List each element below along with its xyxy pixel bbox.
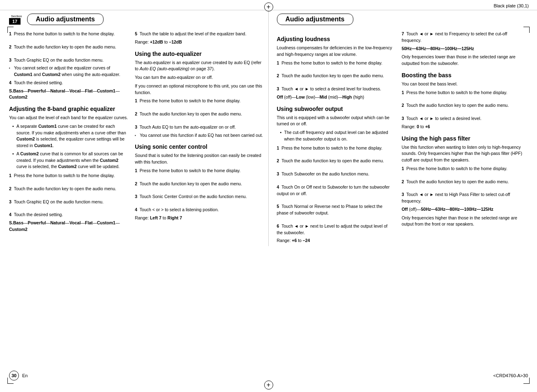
- sub-range6: Range: +6 to –24: [277, 238, 394, 244]
- step1-sub: 1 Press the home button to switch to the…: [277, 145, 394, 152]
- step4-sonic-range: Range: Left 7 to Right 7: [135, 215, 264, 221]
- step4-col1: 4 Touch the desired setting.: [9, 80, 128, 86]
- step1-loudness: 1 Press the home button to switch to the…: [277, 60, 394, 67]
- step3-auto-eq: 3 Touch Auto EQ to turn the auto-equaliz…: [135, 124, 264, 131]
- step4-8band: 4 Touch the desired setting.: [9, 212, 128, 218]
- bass-range: Range: 0 to +6: [401, 124, 528, 130]
- step2-loudness: 2 Touch the audio function key to open t…: [277, 73, 394, 79]
- step4-range-8band: S.Bass—Powerful—Natural—Vocal—Flat—Custo…: [9, 220, 128, 233]
- step4-range-col1: S.Bass—Powerful—Natural—Vocal—Flat—Custo…: [9, 88, 128, 101]
- step2-sonic: 2 Touch the audio function key to open t…: [135, 181, 264, 187]
- intro-8band: You can adjust the level of each band fo…: [9, 115, 128, 121]
- footer: 30 En <CRD4760-A>30: [0, 368, 537, 383]
- sonic-para: Sound that is suited for the listening p…: [135, 152, 264, 166]
- right-half: Audio adjustments Adjusting loudness Lou…: [269, 10, 528, 246]
- step3-sub: 3 Touch Subwoofer on the audio function …: [277, 171, 394, 178]
- right-col1: Adjusting loudness Loudness compensates …: [277, 31, 394, 246]
- step2-col1: 2 Touch the audio function key to open t…: [9, 44, 128, 51]
- section-label: Section: [11, 14, 22, 18]
- step1-bass: 1 Press the home button to switch to the…: [401, 90, 528, 96]
- left-section-title: Audio adjustments: [27, 14, 104, 25]
- right-section-title: Audio adjustments: [277, 14, 353, 25]
- step3-bass: 3 Touch ◄ or ► to select a desired level…: [401, 115, 528, 122]
- heading-sonic: Using sonic center control: [135, 143, 264, 150]
- step3-8band: 3 Touch Graphic EQ on the audio function…: [9, 199, 128, 205]
- step2-auto-eq: 2 Touch the audio function key to open t…: [135, 111, 264, 118]
- left-section-header: Section 17 Audio adjustments: [9, 14, 264, 25]
- page-number: 30: [9, 371, 19, 380]
- page-container: Section 17 Audio adjustments 1 Press the…: [0, 10, 537, 246]
- right-columns: Adjusting loudness Loudness compensates …: [277, 31, 528, 246]
- corner-mark-tr: [523, 27, 530, 33]
- step1-col1: 1 Press the home button to switch to the…: [9, 31, 128, 37]
- step5-range: Range: +12dB to –12dB: [135, 39, 264, 46]
- right-section-header: Audio adjustments: [277, 14, 528, 25]
- subwoofer-bullets: The cut-off frequency and output level c…: [277, 129, 394, 143]
- step5-sub: 5 Touch Normal or Reverse next to Phase …: [277, 203, 394, 217]
- bullets-8band: A separate Custom1 curve can be created …: [9, 123, 128, 170]
- footer-code: <CRD4760-A>30: [493, 373, 528, 378]
- registration-mark-top: +: [264, 2, 273, 12]
- note-col1: You cannot select or adjust the equalize…: [9, 65, 128, 78]
- step6-sub: 6 Touch ◄ or ► next to Level to adjust t…: [277, 223, 394, 236]
- left-columns: 1 Press the home button to switch to the…: [9, 31, 264, 235]
- heading-auto-eq: Using the auto-equalizer: [135, 51, 264, 57]
- section-number: 17: [9, 18, 21, 25]
- auto-eq-para1: The auto-equalizer is an equalizer curve…: [135, 60, 264, 73]
- auto-eq-para3: If you connect an optional microphone to…: [135, 83, 264, 96]
- step2-hpf: 2 Touch the audio function key to open t…: [401, 179, 528, 185]
- hpf-note: Only frequencies higher than those in th…: [401, 215, 528, 228]
- step4-sonic: 4 Touch < or > to select a listening pos…: [135, 207, 264, 213]
- step1-8band: 1 Press the home button to switch to the…: [9, 173, 128, 179]
- step2-sub: 2 Touch the audio function key to open t…: [277, 158, 394, 164]
- step7-sub: 7 Touch ◄ or ► next to Frequency to sele…: [401, 31, 528, 44]
- hpf-range: Off (off)—50Hz—63Hz—80Hz—100Hz—125Hz: [401, 206, 528, 213]
- loudness-para: Loudness compensates for deficiencies in…: [277, 45, 394, 58]
- step1-sonic: 1 Press the home button to switch to the…: [135, 168, 264, 174]
- heading-subwoofer: Using subwoofer output: [277, 106, 394, 112]
- footer-left: 30 En: [9, 371, 28, 380]
- plate-label: Black plate (30,1): [493, 3, 529, 8]
- step3-hpf: 3 Touch ◄ or ► next to High Pass Filter …: [401, 191, 528, 205]
- left-half: Section 17 Audio adjustments 1 Press the…: [9, 10, 269, 246]
- step4-sub: 4 Touch On or Off next to Subwoofer to t…: [277, 184, 394, 197]
- footer-lang: En: [22, 373, 28, 378]
- step1-hpf: 1 Press the home button to switch to the…: [401, 166, 528, 172]
- corner-mark-tl: [7, 27, 14, 33]
- step5-col2: 5 Touch the table to adjust the level of…: [135, 31, 264, 37]
- hpf-para: Use this function when wanting to listen…: [401, 144, 528, 164]
- sub-freq: 50Hz—63Hz—80Hz—100Hz—125Hz: [401, 46, 528, 52]
- heading-hpf: Using the high pass filter: [401, 135, 528, 142]
- step3-loudness: 3 Touch ◄ or ► to select a desired level…: [277, 86, 394, 92]
- step2-bass: 2 Touch the audio function key to open t…: [401, 102, 528, 109]
- heading-8band: Adjusting the 8-band graphic equalizer: [9, 106, 128, 112]
- sub-note: Only frequencies lower than those in the…: [401, 54, 528, 67]
- right-col2: 7 Touch ◄ or ► next to Frequency to sele…: [401, 31, 528, 246]
- col2: 5 Touch the table to adjust the level of…: [135, 31, 264, 235]
- subwoofer-para: This unit is equipped with a subwoofer o…: [277, 115, 394, 128]
- loudness-range: Off (off)—Low (low)—Mid (mid)—High (high…: [277, 94, 394, 101]
- step3-col1: 3 Touch Graphic EQ on the audio function…: [9, 57, 128, 64]
- auto-eq-para2: You can turn the auto-equalizer on or of…: [135, 74, 264, 81]
- bass-para: You can boost the bass level.: [401, 81, 528, 88]
- step1-auto-eq: 1 Press the home button to switch to the…: [135, 98, 264, 104]
- note-auto-eq: You cannot use this function if auto EQ …: [135, 132, 264, 139]
- step3-sonic: 3 Touch Sonic Center Control on the audi…: [135, 194, 264, 200]
- heading-bass: Boosting the bass: [401, 72, 528, 78]
- step2-8band: 2 Touch the audio function key to open t…: [9, 186, 128, 192]
- heading-loudness: Adjusting loudness: [277, 36, 394, 42]
- col1: 1 Press the home button to switch to the…: [9, 31, 128, 235]
